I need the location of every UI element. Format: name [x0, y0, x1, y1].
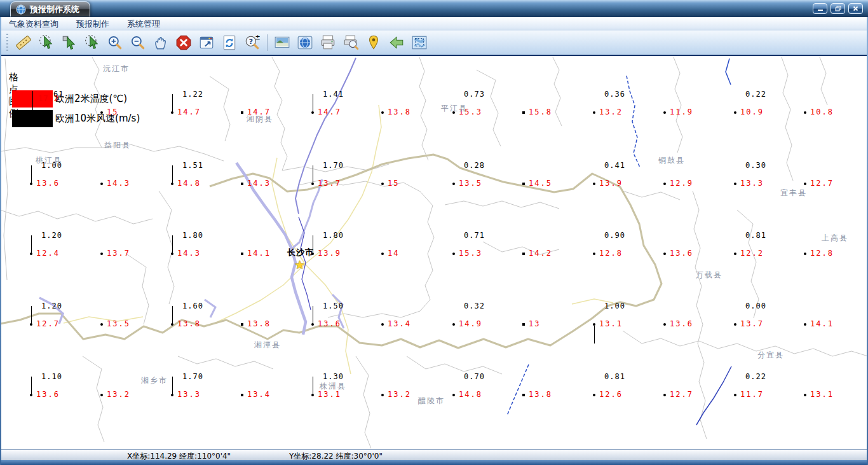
grid-point-dot	[522, 323, 525, 326]
grid-point-dot	[522, 183, 525, 185]
wind-barb	[172, 165, 173, 183]
menu-bar: 气象资料查询 预报制作 系统管理	[0, 17, 868, 31]
grid-point-dot	[804, 394, 806, 396]
print-preview-button[interactable]	[340, 32, 362, 53]
temperature-value: 15	[388, 179, 399, 188]
temperature-value: 14.1	[247, 249, 271, 258]
grid-point-dot	[30, 323, 32, 326]
wind-speed-value: 0.71	[464, 231, 485, 240]
minimize-button[interactable]	[813, 3, 827, 14]
city-label: 沅江市	[103, 64, 130, 74]
temperature-value: 12.7	[36, 319, 60, 328]
stop-button[interactable]	[173, 32, 194, 53]
new-window-icon	[198, 34, 215, 51]
wind-barb	[31, 165, 32, 183]
grid-point-dot	[381, 111, 384, 114]
city-label: 株洲县	[320, 381, 346, 392]
restore-button[interactable]	[831, 3, 845, 14]
app-globe-icon	[16, 4, 26, 15]
toolbar-grip[interactable]	[6, 34, 8, 52]
map-canvas[interactable]: 格点图例 欧洲2米温度(℃) 欧洲10米风速(m/s) 1514.71.2214…	[0, 57, 868, 449]
locate-marker-button[interactable]	[363, 32, 384, 53]
grid-point-dot	[311, 183, 314, 185]
temperature-value: 13.1	[599, 319, 623, 328]
menu-system-management[interactable]: 系统管理	[118, 18, 169, 30]
temperature-value: 13.6	[670, 319, 693, 328]
print-button[interactable]	[317, 32, 339, 53]
grid-point-dot	[171, 253, 173, 255]
close-button[interactable]	[848, 3, 863, 14]
select-circle-button[interactable]	[81, 32, 103, 53]
temperature-value: 13.5	[459, 179, 482, 188]
select-feature-button[interactable]	[36, 32, 57, 53]
refresh-button[interactable]	[219, 32, 240, 53]
city-label: 益阳县	[104, 140, 131, 151]
grid-point-dot	[241, 183, 243, 185]
measure-ruler-button[interactable]	[13, 32, 34, 53]
overview-map-icon	[411, 34, 428, 51]
grid-point-dot	[381, 394, 384, 396]
grid-point-dot	[452, 253, 455, 255]
grid-point-dot	[593, 323, 595, 326]
identify-button[interactable]: ? ±	[241, 32, 263, 53]
globe-button[interactable]	[294, 32, 316, 53]
image-icon	[274, 34, 290, 51]
city-label: 湘阴县	[247, 114, 273, 125]
temperature-value: 12.7	[810, 179, 834, 188]
refresh-icon	[221, 34, 238, 51]
grid-point-dot	[30, 183, 32, 185]
select-box-button[interactable]	[58, 32, 80, 53]
grid-point-dot	[593, 111, 595, 114]
wind-speed-value: 1.20	[41, 302, 62, 310]
temperature-value: 11.9	[670, 108, 693, 116]
temperature-value: 13.1	[810, 390, 834, 399]
grid-point-dot	[804, 183, 806, 185]
identify-icon: ? ±	[244, 34, 261, 51]
grid-point-dot	[171, 111, 173, 114]
zoom-out-button[interactable]	[127, 32, 149, 53]
wind-speed-value: 0.36	[604, 90, 625, 99]
insert-image-button[interactable]	[271, 32, 293, 53]
wind-speed-value: 1.30	[323, 372, 344, 381]
pan-button[interactable]	[150, 32, 172, 53]
temperature-value: 13.6	[318, 319, 341, 328]
overview-map-button[interactable]	[409, 32, 430, 53]
wind-speed-value: 1.51	[182, 161, 203, 170]
grid-point-dot	[663, 253, 666, 255]
window-title: 预报制作系统	[30, 4, 79, 15]
temperature-value: 14.3	[247, 179, 271, 188]
grid-point-dot	[522, 394, 525, 396]
wind-speed-value: 0.28	[464, 161, 485, 170]
temperature-value: 14.9	[459, 319, 482, 328]
globe-icon	[297, 34, 313, 51]
menu-weather-data-query[interactable]: 气象资料查询	[0, 18, 67, 30]
temperature-value: 13.8	[529, 390, 552, 399]
temperature-value: 13.7	[107, 249, 130, 258]
legend-temp-label: 欧洲2米温度(℃)	[55, 93, 127, 105]
wind-speed-value: 0.73	[464, 90, 485, 99]
grid-point-dot	[804, 253, 806, 255]
grid-point-dot	[381, 183, 384, 185]
legend-wind-swatch	[12, 110, 53, 127]
wind-speed-value: 1.22	[182, 90, 203, 99]
temperature-value: 13.4	[388, 319, 411, 328]
new-window-button[interactable]	[196, 32, 217, 53]
wind-speed-value: 0.81	[604, 372, 625, 381]
grid-point-dot	[30, 394, 32, 396]
city-label: 长沙市	[287, 247, 314, 258]
rivers	[39, 58, 731, 425]
zoom-in-button[interactable]	[104, 32, 126, 53]
grid-point-dot	[311, 394, 314, 396]
city-label: 分宜县	[757, 350, 784, 361]
back-button[interactable]	[386, 32, 407, 53]
grid-point-dot	[452, 183, 455, 185]
toolbar-separator	[267, 34, 268, 51]
temperature-value: 13.2	[388, 390, 411, 399]
select-box-cursor-icon	[61, 34, 78, 51]
grid-point-dot	[663, 323, 666, 326]
menu-forecast-production[interactable]: 预报制作	[67, 18, 118, 30]
wind-speed-value: 1.70	[323, 161, 344, 170]
wind-barb	[172, 306, 173, 324]
wind-speed-value: 1.80	[323, 231, 344, 240]
city-label: 桃江县	[36, 155, 62, 166]
